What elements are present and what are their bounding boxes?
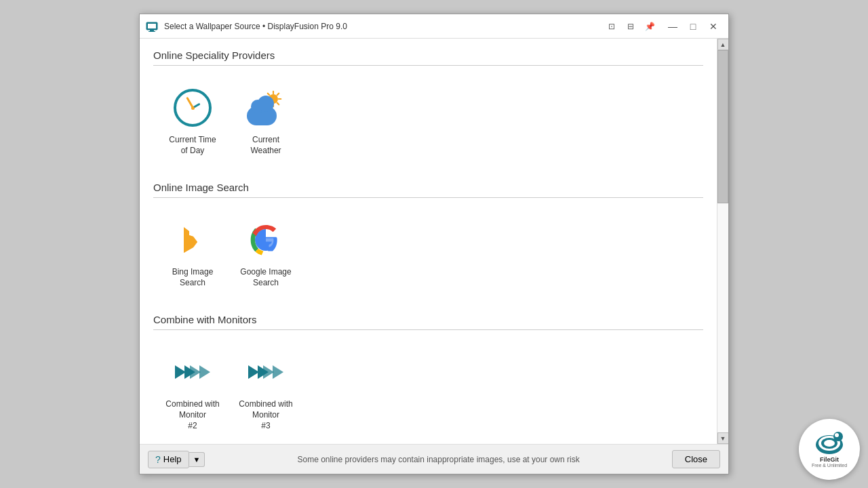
current-weather-icon: [244, 86, 288, 129]
image-search-items-grid: Bing Image Search: [153, 209, 703, 298]
svg-marker-17: [248, 365, 259, 379]
item-current-weather[interactable]: Current Weather: [232, 77, 300, 165]
combined-monitor-3-label: Combined with Monitor#3: [239, 399, 293, 431]
bing-search-label: Bing Image Search: [165, 267, 220, 288]
scroll-down-button[interactable]: ▼: [717, 432, 729, 444]
main-window: Select a Wallpaper Source • DisplayFusio…: [139, 14, 729, 474]
footer: ? Help ▼ Some online providers may conta…: [140, 444, 728, 474]
help-button[interactable]: ? Help: [148, 451, 189, 468]
bing-icon: [171, 218, 214, 262]
titlebar-extra-buttons: ⊡ ⊟ 📌: [604, 18, 658, 35]
filegit-label: FileGit: [820, 457, 839, 463]
minimize-button[interactable]: —: [663, 17, 682, 36]
google-search-label: Google Image Search: [239, 267, 293, 288]
footer-warning: Some online providers may contain inappr…: [205, 455, 671, 464]
app-icon: [145, 20, 159, 33]
section-online-image-search: Online Image Search Bing Image Search: [153, 182, 703, 298]
svg-rect-3: [149, 31, 155, 32]
item-bing-search[interactable]: Bing Image Search: [159, 209, 226, 298]
pin-btn[interactable]: 📌: [642, 18, 658, 35]
maximize-button[interactable]: □: [684, 17, 703, 36]
item-google-search[interactable]: Google Image Search: [232, 209, 300, 298]
item-combined-monitor-3[interactable]: Combined with Monitor#3: [232, 341, 300, 441]
svg-rect-2: [150, 30, 154, 31]
svg-line-9: [268, 94, 270, 96]
svg-point-24: [824, 440, 835, 447]
close-window-button[interactable]: ✕: [704, 17, 723, 36]
svg-marker-13: [175, 365, 186, 379]
current-time-label: Current Time of Day: [165, 135, 220, 156]
close-button[interactable]: Close: [672, 450, 720, 468]
svg-marker-16: [199, 365, 210, 379]
help-btn-group: ? Help ▼: [148, 451, 205, 468]
section-combine-monitors: Combine with Monitors: [153, 314, 703, 441]
extra-btn-2[interactable]: ⊟: [623, 18, 639, 35]
google-icon: [244, 218, 288, 262]
svg-marker-19: [263, 365, 274, 379]
scroll-up-button[interactable]: ▲: [717, 39, 729, 50]
main-scroll-content: Online Speciality Providers Current Time…: [140, 39, 717, 444]
help-dropdown-button[interactable]: ▼: [189, 452, 205, 467]
window-controls: — □ ✕: [663, 17, 723, 36]
scroll-thumb[interactable]: [717, 50, 728, 203]
specialty-items-grid: Current Time of Day: [153, 77, 703, 165]
titlebar: Select a Wallpaper Source • DisplayFusio…: [140, 14, 728, 39]
section-title-specialty: Online Speciality Providers: [153, 49, 703, 66]
section-title-monitors: Combine with Monitors: [153, 314, 703, 330]
monitors-items-grid: Combined with Monitor#2 Combin: [153, 341, 703, 441]
extra-btn-1[interactable]: ⊡: [604, 18, 620, 35]
filegit-subtitle: Free & Unlimited: [812, 463, 847, 468]
combined-monitor-2-label: Combined with Monitor#2: [165, 399, 220, 431]
content-area: Online Speciality Providers Current Time…: [140, 39, 728, 444]
scrollbar[interactable]: ▲ ▼: [717, 39, 728, 444]
current-time-icon: [171, 86, 214, 129]
filegit-logo-icon: [812, 430, 846, 457]
svg-marker-20: [273, 365, 283, 379]
help-icon: ?: [155, 454, 161, 465]
svg-point-26: [835, 433, 839, 437]
current-weather-label: Current Weather: [239, 135, 293, 156]
section-online-specialty: Online Speciality Providers Current Time…: [153, 49, 703, 165]
svg-marker-15: [190, 365, 201, 379]
svg-line-10: [277, 103, 279, 105]
combined-monitor-3-icon: [244, 350, 288, 394]
item-current-time[interactable]: Current Time of Day: [159, 77, 226, 165]
combined-monitor-2-icon: [171, 350, 214, 394]
filegit-watermark: FileGit Free & Unlimited: [799, 419, 860, 480]
help-label: Help: [163, 454, 182, 464]
section-title-image-search: Online Image Search: [153, 182, 703, 198]
scroll-track[interactable]: [717, 50, 728, 432]
svg-line-11: [277, 94, 279, 96]
svg-rect-1: [148, 24, 156, 28]
item-combined-monitor-2[interactable]: Combined with Monitor#2: [159, 341, 226, 441]
window-title: Select a Wallpaper Source • DisplayFusio…: [164, 22, 604, 31]
